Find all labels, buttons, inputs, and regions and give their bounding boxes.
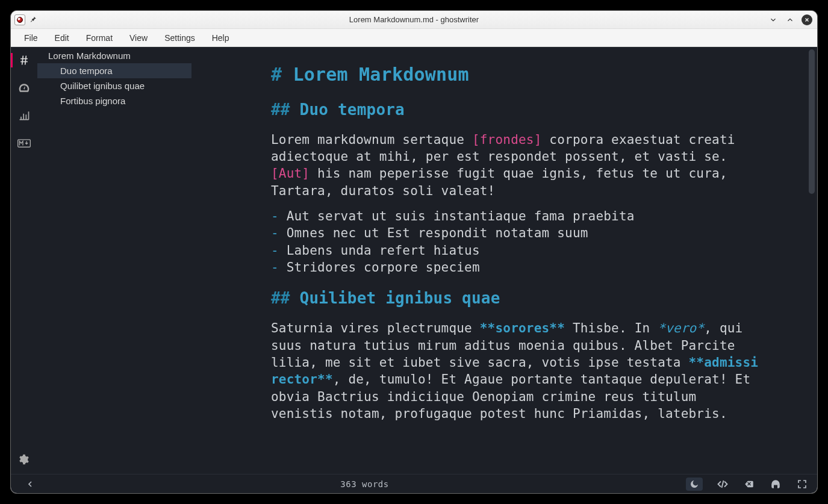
pin-icon[interactable] xyxy=(29,15,39,25)
menu-settings[interactable]: Settings xyxy=(156,31,204,45)
gear-icon[interactable] xyxy=(16,451,33,468)
editor-area[interactable]: # Lorem Markdownum ## Duo tempora Lorem … xyxy=(191,47,817,474)
menu-help[interactable]: Help xyxy=(204,31,238,45)
outline-item[interactable]: Lorem Markdownum xyxy=(37,48,191,63)
paragraph[interactable]: Saturnia vires plectrumque **sorores** T… xyxy=(271,320,763,422)
sidebar-rail xyxy=(11,47,37,474)
scrollbar[interactable] xyxy=(809,49,815,194)
heading-2[interactable]: ## Quilibet ignibus quae xyxy=(271,288,763,309)
stats-icon[interactable] xyxy=(16,107,33,124)
titlebar: Lorem Markdownum.md - ghostwriter xyxy=(11,11,817,29)
back-button[interactable] xyxy=(23,478,37,491)
erase-icon[interactable] xyxy=(742,478,756,491)
menu-file[interactable]: File xyxy=(16,31,46,45)
moon-icon[interactable] xyxy=(686,478,703,491)
markdown-link: [Aut] xyxy=(271,166,310,181)
outline-item[interactable]: Quilibet ignibus quae xyxy=(37,78,191,93)
close-button[interactable] xyxy=(802,14,812,25)
menu-view[interactable]: View xyxy=(121,31,156,45)
outline-item[interactable]: Duo tempora xyxy=(37,63,191,78)
app-icon xyxy=(14,14,25,25)
menubar: File Edit Format View Settings Help xyxy=(11,29,817,47)
window-title: Lorem Markdownum.md - ghostwriter xyxy=(11,15,817,24)
heading-2[interactable]: ## Duo tempora xyxy=(271,99,763,120)
fullscreen-icon[interactable] xyxy=(795,478,809,491)
headphones-icon[interactable] xyxy=(769,478,782,491)
outline-item[interactable]: Fortibus pignora xyxy=(37,93,191,108)
statusbar: 363 words xyxy=(11,474,817,493)
word-count: 363 words xyxy=(43,479,686,489)
outline-panel: Lorem Markdownum Duo tempora Quilibet ig… xyxy=(37,47,191,474)
gauge-icon[interactable] xyxy=(16,79,33,96)
hash-icon[interactable] xyxy=(16,52,33,69)
app-window: Lorem Markdownum.md - ghostwriter File E… xyxy=(11,11,817,493)
bullet-list[interactable]: - Aut servat ut suis instantiaque fama p… xyxy=(271,208,763,276)
menu-edit[interactable]: Edit xyxy=(46,31,78,45)
code-icon[interactable] xyxy=(716,478,729,491)
minimize-button[interactable] xyxy=(768,14,779,25)
content-area: Lorem Markdownum Duo tempora Quilibet ig… xyxy=(11,47,817,474)
menu-format[interactable]: Format xyxy=(78,31,121,45)
markdown-link: [frondes] xyxy=(472,132,542,147)
markdown-icon[interactable] xyxy=(16,135,33,152)
paragraph[interactable]: Lorem markdownum sertaque [frondes] corp… xyxy=(271,131,763,199)
maximize-button[interactable] xyxy=(785,14,795,25)
heading-1[interactable]: # Lorem Markdownum xyxy=(271,63,763,87)
